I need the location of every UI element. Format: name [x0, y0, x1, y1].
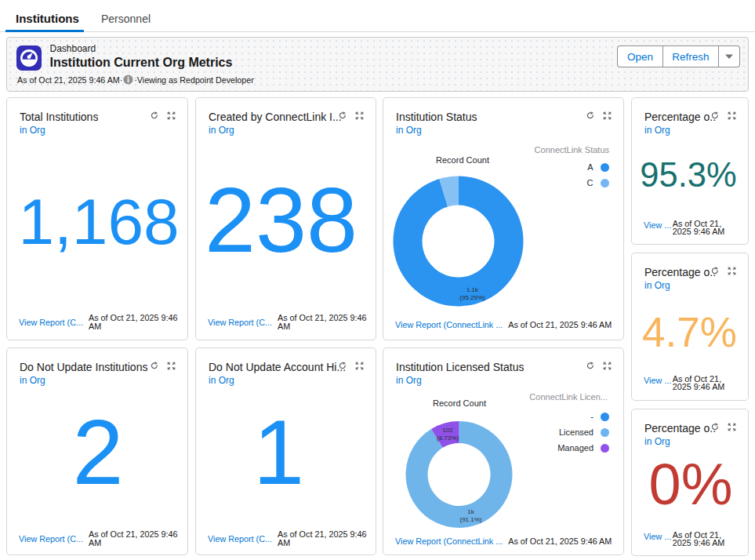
- svg-text:1.1k: 1.1k: [466, 286, 479, 293]
- svg-text:(95.29%): (95.29%): [459, 294, 485, 301]
- svg-text:1k: 1k: [467, 508, 474, 515]
- svg-text:(8.73%): (8.73%): [437, 435, 459, 442]
- svg-text:(91.1%): (91.1%): [459, 516, 481, 523]
- svg-text:102: 102: [442, 427, 453, 434]
